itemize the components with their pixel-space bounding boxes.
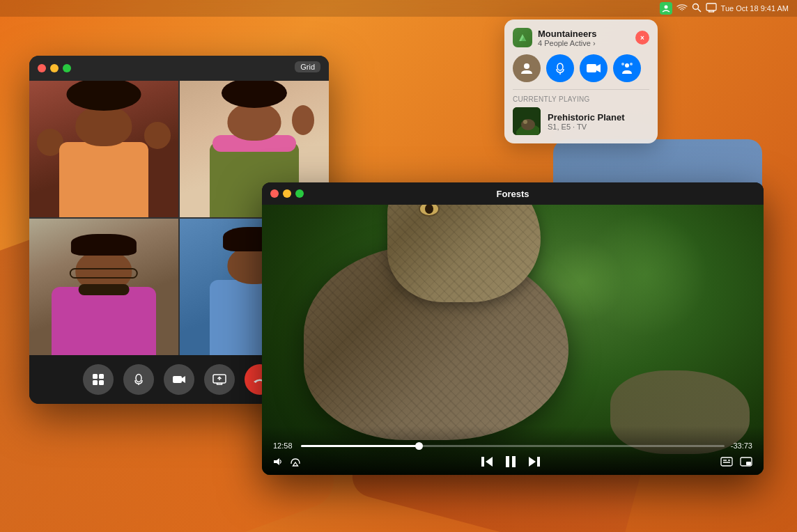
cell1-body <box>59 142 148 217</box>
captions-button[interactable] <box>720 457 733 467</box>
shareplay-menubar-icon[interactable] <box>660 2 672 15</box>
search-icon[interactable] <box>692 3 702 14</box>
svg-point-0 <box>664 6 667 9</box>
svg-marker-33 <box>486 457 493 467</box>
cell2-head <box>227 102 281 141</box>
shareplay-notification: Mountaineers 4 People Active › × <box>504 19 658 143</box>
svg-rect-23 <box>587 64 596 72</box>
wifi-icon[interactable] <box>676 3 688 13</box>
facetime-zoom-dot[interactable] <box>63 64 71 72</box>
svg-point-20 <box>524 63 529 69</box>
progress-track[interactable] <box>301 445 725 447</box>
menu-bar: Tue Oct 18 9:41 AM <box>0 0 797 17</box>
svg-point-29 <box>521 119 535 130</box>
progress-fill <box>301 445 419 447</box>
datetime-label: Tue Oct 18 9:41 AM <box>721 4 789 13</box>
cell3-body <box>52 287 156 355</box>
svg-point-25 <box>625 63 629 68</box>
airplay-button[interactable] <box>290 457 301 467</box>
progress-bar-row: 12:58 -33:73 <box>273 441 752 450</box>
svg-rect-8 <box>99 374 104 379</box>
svg-marker-31 <box>274 458 279 465</box>
svg-marker-24 <box>596 64 601 72</box>
skip-forward-button[interactable] <box>528 456 541 467</box>
remaining-time-label: -33:73 <box>730 441 752 450</box>
svg-point-27 <box>621 63 624 65</box>
video-content-area: 12:58 -33:73 <box>262 205 764 475</box>
tile-view-button[interactable] <box>83 364 114 395</box>
video-title-label: Forests <box>497 189 529 199</box>
current-time-label: 12:58 <box>273 441 295 450</box>
facetime-window-controls[interactable] <box>38 64 71 72</box>
progress-thumb[interactable] <box>415 442 423 450</box>
display-icon[interactable] <box>706 3 717 14</box>
volume-button[interactable] <box>273 457 283 467</box>
skip-back-button[interactable] <box>481 456 493 467</box>
pip-button[interactable] <box>740 457 752 467</box>
media-episode: S1, E5 <box>548 123 571 131</box>
svg-point-21 <box>557 63 563 70</box>
screen-share-button[interactable] <box>204 364 235 395</box>
svg-rect-35 <box>506 456 509 467</box>
camera-button[interactable] <box>164 364 194 395</box>
cell2-hand <box>292 105 314 135</box>
controls-center-group <box>481 455 541 468</box>
notification-action-buttons <box>513 54 649 82</box>
svg-line-2 <box>697 9 701 13</box>
notification-divider <box>513 89 649 90</box>
svg-rect-9 <box>93 380 98 385</box>
play-pause-button[interactable] <box>504 455 517 468</box>
media-info: Prehistoric Planet S1, E5 · TV <box>548 112 625 131</box>
cell3-beard <box>79 284 130 295</box>
cell1-hands-right <box>144 122 171 149</box>
controls-row <box>273 455 752 468</box>
video-controls-overlay: 12:58 -33:73 <box>262 426 764 475</box>
svg-marker-14 <box>182 376 185 383</box>
svg-point-1 <box>692 4 698 10</box>
video-cell-1 <box>29 81 178 217</box>
notification-close-button[interactable]: × <box>635 31 649 45</box>
video-minimize-dot[interactable] <box>283 189 291 198</box>
scene-animal-pupil <box>425 205 433 214</box>
media-content-row: Prehistoric Planet S1, E5 · TV <box>513 107 649 135</box>
svg-rect-10 <box>99 380 104 385</box>
video-player-titlebar: Forests <box>262 182 764 205</box>
facetime-minimize-dot[interactable] <box>50 64 59 72</box>
svg-rect-44 <box>746 462 751 465</box>
grid-button[interactable]: Grid <box>295 61 320 72</box>
video-window-controls[interactable] <box>270 189 304 198</box>
mountaineers-app-icon <box>513 28 532 47</box>
svg-rect-38 <box>537 457 540 467</box>
video-action-button[interactable] <box>580 54 608 82</box>
svg-point-30 <box>523 120 527 124</box>
media-title: Prehistoric Planet <box>548 112 625 123</box>
menu-bar-right: Tue Oct 18 9:41 AM <box>660 2 789 15</box>
notification-header: Mountaineers 4 People Active › × <box>513 28 649 47</box>
cell3-hair <box>71 234 137 256</box>
video-zoom-dot[interactable] <box>295 189 304 198</box>
svg-rect-3 <box>706 3 716 10</box>
facetime-titlebar: Grid <box>29 56 329 81</box>
svg-point-26 <box>630 63 633 65</box>
svg-rect-36 <box>512 456 516 467</box>
controls-right-group <box>720 457 752 467</box>
cell3-glasses <box>70 268 138 279</box>
svg-rect-34 <box>481 457 484 467</box>
profile-action-button[interactable] <box>513 54 541 82</box>
mute-button[interactable] <box>123 364 154 395</box>
svg-marker-37 <box>529 457 536 467</box>
media-thumbnail <box>513 107 541 135</box>
currently-playing-label: Currently Playing <box>513 95 649 103</box>
media-subtitle: S1, E5 · TV <box>548 123 625 131</box>
facetime-close-dot[interactable] <box>38 64 46 72</box>
people-active-label[interactable]: 4 People Active › <box>538 39 630 47</box>
svg-point-11 <box>136 375 141 382</box>
audio-action-button[interactable] <box>546 54 574 82</box>
svg-rect-13 <box>173 376 182 383</box>
video-close-dot[interactable] <box>270 189 279 198</box>
media-category: TV <box>577 123 587 131</box>
cell1-head <box>75 105 132 146</box>
controls-left-group <box>273 457 301 467</box>
shareplay-action-button[interactable] <box>613 54 641 82</box>
notification-title-group: Mountaineers 4 People Active › <box>538 29 630 47</box>
